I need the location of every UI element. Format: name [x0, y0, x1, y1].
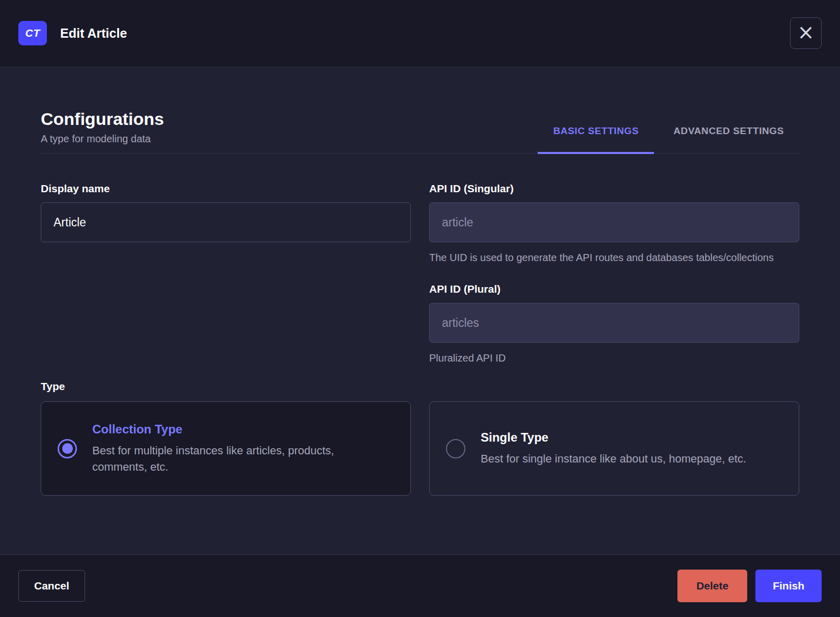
content-type-badge-icon: CT: [18, 21, 47, 45]
option-single-type[interactable]: Single Type Best for single instance lik…: [429, 401, 799, 496]
close-button[interactable]: ×: [790, 17, 822, 49]
modal-body: Configurations A type for modeling data …: [0, 66, 840, 554]
tab-advanced-settings[interactable]: ADVANCED SETTINGS: [658, 125, 799, 154]
type-options: Collection Type Best for multiple instan…: [41, 401, 799, 496]
settings-tabs: BASIC SETTINGS ADVANCED SETTINGS: [538, 125, 799, 153]
finish-button[interactable]: Finish: [755, 570, 822, 602]
single-type-text: Single Type Best for single instance lik…: [481, 430, 746, 467]
api-id-singular-input: [429, 202, 799, 242]
type-label: Type: [41, 380, 799, 393]
api-id-plural-label: API ID (Plural): [429, 282, 799, 296]
collection-type-text: Collection Type Best for multiple instan…: [92, 422, 378, 475]
api-id-singular-label: API ID (Singular): [429, 182, 799, 195]
modal-footer: Cancel Delete Finish: [0, 554, 840, 617]
close-icon: ×: [797, 22, 815, 42]
api-id-plural-hint: Pluralized API ID: [429, 350, 781, 366]
api-id-singular-hint: The UID is used to generate the API rout…: [429, 250, 781, 265]
collection-type-description: Best for multiple instances like article…: [92, 443, 378, 475]
display-name-label: Display name: [41, 182, 411, 195]
radio-dot: [451, 443, 461, 454]
modal-header: CT Edit Article ×: [0, 0, 840, 66]
single-type-description: Best for single instance like about us, …: [481, 451, 746, 467]
single-type-title: Single Type: [481, 430, 746, 445]
api-id-plural-input: [429, 303, 799, 343]
modal-title: Edit Article: [60, 26, 127, 41]
display-name-field: Display name: [41, 182, 411, 242]
delete-button[interactable]: Delete: [677, 570, 747, 602]
form-left-column: Display name: [41, 182, 411, 366]
settings-form: Display name API ID (Singular) The UID i…: [41, 182, 799, 366]
radio-single-type-icon[interactable]: [446, 439, 465, 458]
option-collection-type[interactable]: Collection Type Best for multiple instan…: [41, 401, 411, 496]
configurations-header: Configurations A type for modeling data …: [41, 109, 799, 153]
configurations-titles: Configurations A type for modeling data: [41, 109, 164, 153]
collection-type-title: Collection Type: [92, 422, 378, 436]
page-subtitle: A type for modeling data: [41, 133, 164, 145]
radio-collection-type-icon[interactable]: [58, 439, 77, 458]
cancel-button[interactable]: Cancel: [18, 570, 85, 602]
api-id-plural-field: API ID (Plural) Pluralized API ID: [429, 282, 799, 366]
display-name-input[interactable]: [41, 202, 411, 242]
radio-dot: [62, 443, 73, 454]
tab-basic-settings[interactable]: BASIC SETTINGS: [538, 125, 654, 154]
form-right-column: API ID (Singular) The UID is used to gen…: [429, 182, 799, 366]
api-id-singular-field: API ID (Singular) The UID is used to gen…: [429, 182, 799, 265]
edit-content-type-modal: CT Edit Article × Configurations A type …: [0, 0, 840, 617]
page-title: Configurations: [41, 109, 164, 129]
type-section: Type Collection Type Best for multiple i…: [41, 380, 799, 496]
